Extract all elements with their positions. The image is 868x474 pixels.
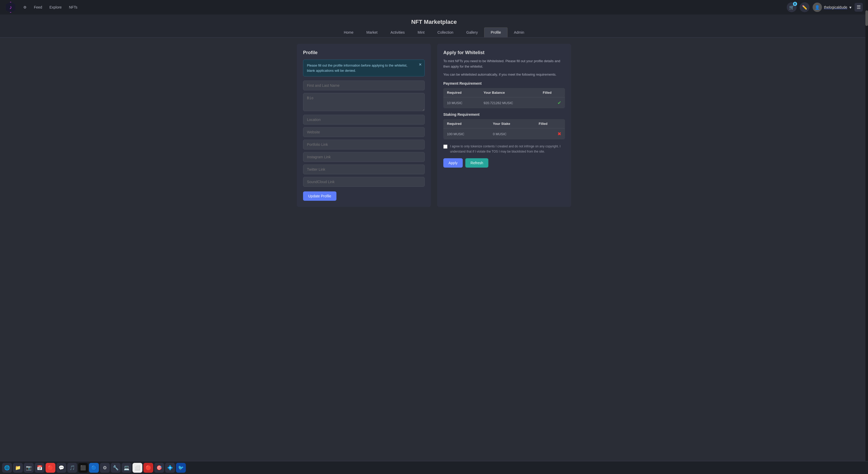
portfolio-input[interactable] — [303, 140, 425, 149]
staking-row: 100 MUSIC 0 MUSIC ✖ — [443, 128, 565, 140]
nav-right: 🛒 0 ✏️ 👤 thelogicaldude ▾ ☰ — [787, 2, 863, 12]
taskbar-icon-chat[interactable]: 💬 — [56, 463, 66, 473]
payment-req-title: Payment Requirement — [443, 81, 565, 86]
alert-close-button[interactable]: ✕ — [419, 62, 422, 66]
action-buttons: Apply Refresh — [443, 158, 565, 168]
alert-info: Please fill out the profile information … — [303, 60, 425, 77]
tos-checkbox[interactable] — [443, 145, 447, 149]
payment-filled-cell: ✔ — [539, 97, 565, 109]
update-profile-button[interactable]: Update Profile — [303, 191, 336, 201]
staking-requirement-section: Staking Requirement Required Your Stake … — [443, 112, 565, 139]
payment-col-filled: Filled — [539, 88, 565, 97]
cart-button[interactable]: 🛒 0 — [787, 2, 797, 12]
whitelist-title: Apply for Whitelist — [443, 50, 565, 55]
tab-home[interactable]: Home — [337, 27, 360, 37]
taskbar-icon-red2[interactable]: 🔴 — [143, 463, 153, 473]
staking-req-title: Staking Requirement — [443, 112, 565, 117]
taskbar-icon-terminal[interactable]: 💻 — [122, 463, 131, 473]
profile-panel: Profile Please fill out the profile info… — [297, 44, 431, 207]
tab-profile[interactable]: Profile — [484, 27, 507, 37]
tab-mint[interactable]: Mint — [411, 27, 431, 37]
tos-text: I agree to only tokenize contents I crea… — [450, 144, 565, 154]
payment-col-balance: Your Balance — [480, 88, 539, 97]
edit-button[interactable]: ✏️ — [800, 2, 809, 12]
whitelist-panel: Apply for Whitelist To mint NFTs you nee… — [437, 44, 571, 207]
staking-stake-value: 0 MUSIC — [489, 128, 535, 140]
cart-badge: 0 — [793, 2, 797, 6]
staking-col-stake: Your Stake — [489, 119, 535, 128]
taskbar-icon-browser[interactable]: 🌐 — [2, 463, 12, 473]
taskbar-icon-target[interactable]: 🎯 — [154, 463, 164, 473]
chevron-down-icon: ▾ — [849, 5, 851, 10]
taskbar-icon-diamond[interactable]: 💠 — [165, 463, 175, 473]
logo-icon[interactable]: ♪ — [5, 2, 16, 13]
payment-row: 10 MUSIC 920.721262 MUSIC ✔ — [443, 97, 565, 109]
top-nav: ♪ ⚙ Feed Explore NFTs 🛒 0 ✏️ 👤 thelogica… — [0, 0, 868, 14]
taskbar: 🌐 📁 📷 📅 🔴 💬 🎵 ⬛ 🔵 ⚙ 🔧 💻 ⬜ 🔴 🎯 💠 🐦 — [0, 461, 868, 474]
name-input[interactable] — [303, 81, 425, 90]
tab-activities[interactable]: Activities — [384, 27, 411, 37]
payment-required-value: 10 MUSIC — [443, 97, 480, 109]
hamburger-menu-button[interactable]: ☰ — [855, 3, 863, 12]
taskbar-icon-music[interactable]: 🎵 — [67, 463, 77, 473]
refresh-button[interactable]: Refresh — [465, 158, 488, 168]
nav-explore[interactable]: Explore — [46, 4, 65, 11]
profile-panel-title: Profile — [303, 50, 425, 55]
gear-icon[interactable]: ⚙ — [20, 4, 30, 11]
scrollbar-thumb[interactable] — [865, 10, 868, 26]
taskbar-icon-blue2[interactable]: 🐦 — [176, 463, 186, 473]
sub-nav: NFT Marketplace Home Market Activities M… — [0, 14, 868, 37]
tab-market[interactable]: Market — [360, 27, 384, 37]
taskbar-icon-gear[interactable]: ⚙ — [100, 463, 110, 473]
tab-admin[interactable]: Admin — [507, 27, 531, 37]
whitelist-desc1: To mint NFTs you need to be Whitelisted.… — [443, 59, 565, 69]
taskbar-icon-white[interactable]: ⬜ — [132, 463, 142, 473]
taskbar-icon-blue1[interactable]: 🔵 — [89, 463, 99, 473]
tos-section: I agree to only tokenize contents I crea… — [443, 144, 565, 154]
nav-links: ⚙ Feed Explore NFTs — [20, 4, 81, 11]
user-info[interactable]: 👤 thelogicaldude ▾ — [813, 3, 851, 12]
scrollbar[interactable] — [865, 0, 868, 474]
nav-feed[interactable]: Feed — [31, 4, 45, 11]
sub-nav-links: Home Market Activities Mint Collection G… — [5, 27, 863, 37]
username: thelogicaldude — [824, 5, 847, 9]
page-title: NFT Marketplace — [5, 14, 863, 27]
tab-gallery[interactable]: Gallery — [460, 27, 484, 37]
taskbar-icon-red1[interactable]: 🔴 — [45, 463, 55, 473]
soundcloud-input[interactable] — [303, 177, 425, 187]
taskbar-icon-files[interactable]: 📁 — [13, 463, 23, 473]
staking-col-filled: Filled — [535, 119, 565, 128]
taskbar-icon-tools[interactable]: 🔧 — [111, 463, 121, 473]
alert-text: Please fill out the profile information … — [307, 63, 407, 72]
staking-col-required: Required — [443, 119, 489, 128]
cross-icon: ✖ — [557, 131, 561, 137]
location-input[interactable] — [303, 115, 425, 125]
staking-filled-cell: ✖ — [535, 128, 565, 140]
payment-balance-value: 920.721262 MUSIC — [480, 97, 539, 109]
taskbar-icon-black[interactable]: ⬛ — [78, 463, 88, 473]
nav-nfts[interactable]: NFTs — [66, 4, 81, 11]
avatar: 👤 — [813, 3, 822, 12]
taskbar-icon-calendar[interactable]: 📅 — [35, 463, 44, 473]
payment-requirement-section: Payment Requirement Required Your Balanc… — [443, 81, 565, 108]
check-icon: ✔ — [557, 100, 561, 106]
taskbar-icon-camera[interactable]: 📷 — [24, 463, 34, 473]
staking-required-value: 100 MUSIC — [443, 128, 489, 140]
main-content: Profile Please fill out the profile info… — [292, 37, 576, 213]
instagram-input[interactable] — [303, 152, 425, 162]
staking-req-table: Required Your Stake Filled 100 MUSIC 0 M… — [443, 119, 565, 139]
payment-col-required: Required — [443, 88, 480, 97]
tab-collection[interactable]: Collection — [431, 27, 460, 37]
bio-input[interactable] — [303, 93, 425, 111]
apply-button[interactable]: Apply — [443, 158, 463, 168]
website-input[interactable] — [303, 127, 425, 137]
twitter-input[interactable] — [303, 165, 425, 174]
whitelist-desc2: You can be whitelisted automatically, if… — [443, 72, 565, 78]
payment-req-table: Required Your Balance Filled 10 MUSIC 92… — [443, 88, 565, 108]
